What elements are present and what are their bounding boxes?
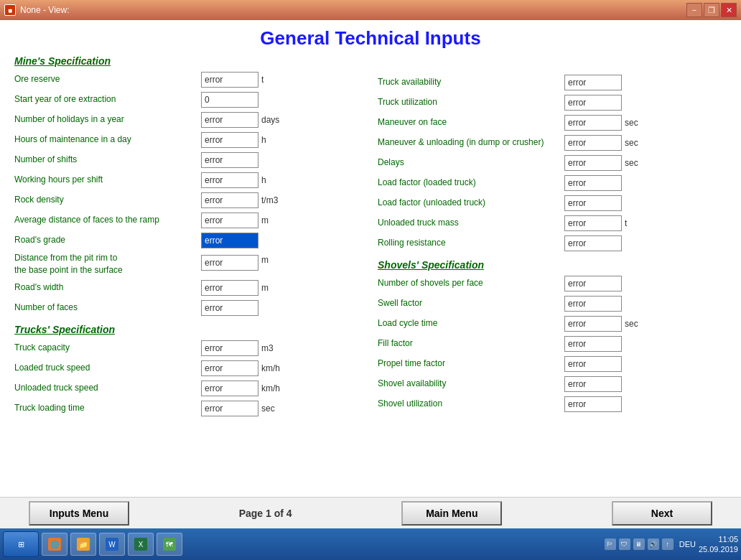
shovel-availability-label: Shovel availability [378, 378, 564, 390]
holidays-row: Number of holidays in a year days [14, 111, 363, 129]
start-button[interactable]: ⊞ [3, 531, 39, 557]
maneuver-unloading-label: Maneuver & unloading (in dump or crusher… [378, 137, 564, 149]
delays-input[interactable] [564, 155, 622, 171]
truck-availability-label: Truck availability [378, 77, 564, 88]
clock-time: 11:05 [699, 534, 738, 544]
rock-density-unit: t/m3 [261, 195, 278, 205]
left-column: Mine's Specification Ore reserve t Start… [14, 55, 363, 420]
flag-icon: 🏳 [605, 538, 616, 550]
clock-date: 25.09.2019 [699, 544, 738, 554]
start-year-label: Start year of ore extraction [14, 94, 201, 106]
avg-distance-unit: m [261, 215, 269, 225]
num-shovels-label: Number of shovels per face [378, 278, 564, 289]
loaded-speed-unit: km/h [261, 363, 280, 373]
ore-reserve-row: Ore reserve t [14, 71, 363, 88]
maneuver-face-input[interactable] [564, 115, 622, 131]
roads-width-unit: m [261, 283, 269, 293]
roads-width-label: Road's width [14, 282, 201, 294]
ore-reserve-unit: t [261, 75, 264, 85]
truck-capacity-row: Truck capacity m3 [14, 340, 363, 357]
roads-width-input[interactable] [201, 280, 258, 296]
taskbar-app-map[interactable]: 🗺 [157, 533, 182, 556]
rolling-resistance-label: Rolling resistance [378, 238, 564, 249]
taskbar-app-files[interactable]: 📁 [70, 533, 96, 556]
truck-availability-input[interactable] [564, 75, 622, 90]
files-icon: 📁 [77, 538, 90, 551]
taskbar: ⊞ 🌐 📁 W X 🗺 🏳 🛡 🖥 🔊 ↑ DEU 11:05 25.09.20… [0, 528, 741, 560]
close-button[interactable]: ✕ [721, 3, 737, 17]
ore-reserve-input[interactable] [201, 72, 258, 88]
loaded-speed-input[interactable] [201, 360, 258, 376]
taskbar-left: ⊞ 🌐 📁 W X 🗺 [3, 531, 182, 557]
page-title: General Technical Inputs [14, 27, 727, 50]
rock-density-label: Rock density [14, 195, 201, 206]
rolling-resistance-row: Rolling resistance [378, 235, 727, 252]
unloaded-mass-input[interactable] [564, 215, 622, 231]
main-menu-button[interactable]: Main Menu [401, 501, 502, 526]
loaded-speed-label: Loaded truck speed [14, 363, 201, 374]
propel-time-input[interactable] [564, 356, 622, 372]
fill-factor-input[interactable] [564, 336, 622, 352]
load-factor-loaded-row: Load factor (loaded truck) [378, 174, 727, 192]
shovel-availability-row: Shovel availability [378, 375, 727, 393]
unloaded-speed-label: Unloaded truck speed [14, 383, 201, 394]
volume-icon: 🔊 [648, 538, 659, 550]
unloaded-mass-row: Unloaded truck mass t [378, 215, 727, 232]
minimize-button[interactable]: − [686, 3, 702, 17]
inputs-menu-button[interactable]: Inputs Menu [29, 501, 129, 526]
maneuver-unloading-input[interactable] [564, 135, 622, 151]
avg-distance-input[interactable] [201, 213, 258, 228]
word-icon: W [106, 538, 118, 551]
taskbar-right: 🏳 🛡 🖥 🔊 ↑ DEU 11:05 25.09.2019 [605, 534, 738, 555]
loading-time-input[interactable] [201, 401, 258, 416]
load-cycle-row: Load cycle time sec [378, 315, 727, 332]
num-shovels-input[interactable] [564, 276, 622, 291]
loading-time-unit: sec [261, 403, 275, 414]
loaded-speed-row: Loaded truck speed km/h [14, 360, 363, 377]
holidays-input[interactable] [201, 112, 258, 128]
next-button[interactable]: Next [612, 501, 712, 526]
tray-icons: 🏳 🛡 🖥 🔊 ↑ [605, 538, 674, 550]
fill-factor-row: Fill factor [378, 335, 727, 353]
truck-availability-row: Truck availability [378, 74, 727, 91]
truck-capacity-unit: m3 [261, 343, 274, 353]
delays-unit: sec [625, 158, 638, 168]
title-bar: ■ None - View: − ❐ ✕ [0, 0, 741, 20]
roads-grade-input[interactable] [201, 233, 258, 248]
truck-capacity-input[interactable] [201, 340, 258, 356]
num-faces-row: Number of faces [14, 299, 363, 317]
start-year-input[interactable] [201, 92, 258, 108]
unloaded-speed-unit: km/h [261, 383, 280, 393]
rock-density-input[interactable] [201, 192, 258, 208]
network-icon: 🖥 [633, 538, 645, 550]
maintenance-row: Hours of maintenance in a day h [14, 131, 363, 149]
shifts-input[interactable] [201, 152, 258, 168]
pit-rim-input[interactable] [201, 255, 258, 271]
working-hours-input[interactable] [201, 172, 258, 188]
working-hours-row: Working hours per shift h [14, 172, 363, 189]
shovel-utilization-input[interactable] [564, 396, 622, 412]
load-cycle-input[interactable] [564, 316, 622, 332]
taskbar-app-excel[interactable]: X [128, 533, 154, 556]
unloaded-speed-row: Unloaded truck speed km/h [14, 380, 363, 397]
windows-icon: ⊞ [18, 540, 24, 549]
arrow-icon: ↑ [662, 538, 674, 550]
restore-button[interactable]: ❐ [704, 3, 719, 17]
rolling-resistance-input[interactable] [564, 235, 622, 251]
unloaded-mass-unit: t [625, 218, 627, 228]
truck-utilization-input[interactable] [564, 95, 622, 111]
delays-row: Delays sec [378, 154, 727, 172]
load-factor-unloaded-input[interactable] [564, 195, 622, 211]
unloaded-speed-input[interactable] [201, 381, 258, 396]
taskbar-app-word[interactable]: W [99, 533, 125, 556]
num-faces-input[interactable] [201, 300, 258, 316]
swell-factor-input[interactable] [564, 296, 622, 312]
shovel-availability-input[interactable] [564, 376, 622, 392]
mines-section-title: Mine's Specification [14, 55, 363, 67]
taskbar-app-ie[interactable]: 🌐 [42, 533, 67, 556]
pit-rim-unit: m [261, 255, 269, 265]
taskbar-clock: 11:05 25.09.2019 [699, 534, 738, 555]
load-factor-loaded-input[interactable] [564, 175, 622, 191]
propel-time-row: Propel time factor [378, 355, 727, 373]
maintenance-input[interactable] [201, 132, 258, 148]
